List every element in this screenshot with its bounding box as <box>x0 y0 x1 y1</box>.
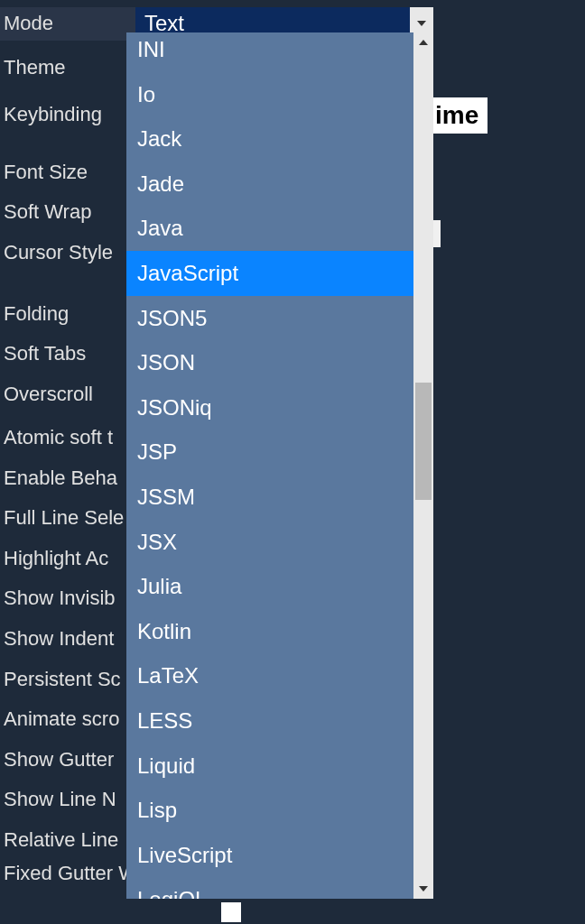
setting-label-behaviours: Enable Beha <box>0 466 135 492</box>
mode-dropdown-list: INIIoJackJadeJavaJavaScriptJSON5JSONJSON… <box>126 32 433 899</box>
dropdown-item-logiql[interactable]: LogiQL <box>126 877 413 899</box>
setting-label-atomic: Atomic soft t <box>0 425 135 451</box>
setting-label-fontsize: Font Size <box>0 160 135 186</box>
setting-label-keybinding: Keybinding <box>0 102 135 128</box>
setting-label-overscroll: Overscroll <box>0 382 135 408</box>
setting-label-indent: Show Indent <box>0 626 135 652</box>
dropdown-item-liquid[interactable]: Liquid <box>126 744 413 789</box>
setting-label-invisibles: Show Invisib <box>0 586 135 612</box>
setting-label-relative: Relative Line <box>0 827 135 854</box>
peek-keybinding-value: ime <box>432 97 488 134</box>
setting-label-theme: Theme <box>0 55 135 81</box>
dropdown-item-jack[interactable]: Jack <box>126 116 413 162</box>
dropdown-scrollbar[interactable] <box>413 32 433 899</box>
dropdown-item-jssm[interactable]: JSSM <box>126 475 413 520</box>
dropdown-items-container: INIIoJackJadeJavaJavaScriptJSON5JSONJSON… <box>126 32 413 899</box>
dropdown-item-json[interactable]: JSON <box>126 340 413 385</box>
setting-label-mode: Mode <box>0 7 135 41</box>
dropdown-item-java[interactable]: Java <box>126 206 413 251</box>
setting-label-animate: Animate scro <box>0 707 135 733</box>
setting-label-cursorstyle: Cursor Style <box>0 240 135 266</box>
scroll-down-icon[interactable] <box>413 879 433 899</box>
dropdown-item-json5[interactable]: JSON5 <box>126 296 413 341</box>
setting-label-folding: Folding <box>0 301 135 328</box>
dropdown-item-jsp[interactable]: JSP <box>126 430 413 475</box>
dropdown-item-javascript[interactable]: JavaScript <box>126 251 413 296</box>
fixed-gutter-checkbox[interactable] <box>221 902 241 922</box>
dropdown-item-latex[interactable]: LaTeX <box>126 653 413 698</box>
dropdown-item-jsx[interactable]: JSX <box>126 520 413 565</box>
dropdown-item-jade[interactable]: Jade <box>126 162 413 207</box>
dropdown-item-lisp[interactable]: Lisp <box>126 788 413 833</box>
dropdown-item-julia[interactable]: Julia <box>126 564 413 609</box>
setting-label-softwrap: Soft Wrap <box>0 199 135 226</box>
dropdown-item-kotlin[interactable]: Kotlin <box>126 609 413 654</box>
dropdown-item-less[interactable]: LESS <box>126 698 413 744</box>
setting-label-softtabs: Soft Tabs <box>0 341 135 367</box>
dropdown-item-jsoniq[interactable]: JSONiq <box>126 385 413 430</box>
setting-label-highlight: Highlight Ac <box>0 546 135 572</box>
dropdown-item-ini[interactable]: INI <box>126 32 413 72</box>
dropdown-item-io[interactable]: Io <box>126 72 413 117</box>
setting-label-persistent: Persistent Sc <box>0 667 135 693</box>
setting-label-fullline: Full Line Sele <box>0 505 135 531</box>
scroll-up-icon[interactable] <box>413 32 433 52</box>
setting-label-linenum: Show Line N <box>0 787 135 813</box>
scrollbar-thumb[interactable] <box>415 383 432 500</box>
setting-label-gutter: Show Gutter <box>0 747 135 773</box>
dropdown-item-livescript[interactable]: LiveScript <box>126 833 413 878</box>
